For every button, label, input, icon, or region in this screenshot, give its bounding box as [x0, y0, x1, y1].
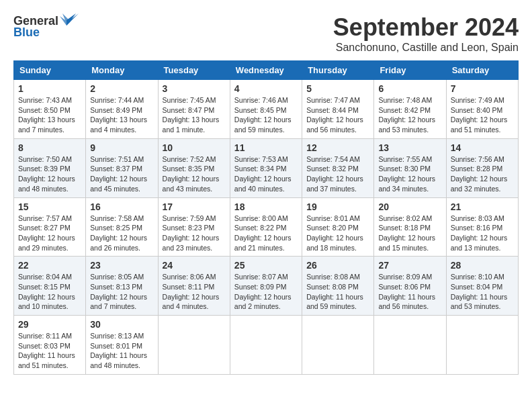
calendar-cell	[446, 316, 518, 375]
day-number: 10	[163, 142, 226, 153]
week-row-2: 8Sunrise: 7:50 AM Sunset: 8:39 PM Daylig…	[14, 138, 519, 197]
day-info: Sunrise: 8:03 AM Sunset: 8:16 PM Dayligh…	[451, 214, 514, 253]
day-number: 16	[90, 201, 153, 212]
col-thursday: Thursday	[302, 61, 374, 80]
day-info: Sunrise: 8:11 AM Sunset: 8:03 PM Dayligh…	[18, 331, 81, 371]
day-number: 22	[18, 260, 81, 271]
day-info: Sunrise: 7:44 AM Sunset: 8:49 PM Dayligh…	[90, 95, 153, 135]
day-info: Sunrise: 7:56 AM Sunset: 8:28 PM Dayligh…	[451, 154, 514, 194]
calendar-cell: 22Sunrise: 8:04 AM Sunset: 8:15 PM Dayli…	[14, 257, 86, 316]
day-number: 8	[18, 142, 81, 153]
calendar-cell: 26Sunrise: 8:08 AM Sunset: 8:08 PM Dayli…	[302, 257, 374, 316]
calendar-cell: 23Sunrise: 8:05 AM Sunset: 8:13 PM Dayli…	[86, 257, 158, 316]
day-number: 13	[378, 142, 441, 153]
col-friday: Friday	[374, 61, 446, 80]
calendar-cell: 3Sunrise: 7:45 AM Sunset: 8:47 PM Daylig…	[158, 80, 230, 139]
calendar-table: Sunday Monday Tuesday Wednesday Thursday…	[13, 60, 519, 375]
day-number: 12	[306, 142, 369, 153]
day-number: 28	[451, 260, 514, 271]
col-sunday: Sunday	[14, 61, 86, 80]
week-row-3: 15Sunrise: 7:57 AM Sunset: 8:27 PM Dayli…	[14, 197, 519, 257]
calendar-cell: 2Sunrise: 7:44 AM Sunset: 8:49 PM Daylig…	[86, 80, 158, 139]
day-number: 7	[451, 83, 514, 94]
day-info: Sunrise: 7:49 AM Sunset: 8:40 PM Dayligh…	[451, 95, 514, 135]
calendar-cell: 30Sunrise: 8:13 AM Sunset: 8:01 PM Dayli…	[86, 316, 158, 375]
day-info: Sunrise: 7:55 AM Sunset: 8:30 PM Dayligh…	[378, 154, 441, 194]
calendar-cell: 29Sunrise: 8:11 AM Sunset: 8:03 PM Dayli…	[14, 316, 86, 375]
calendar-cell	[158, 316, 230, 375]
logo-blue-text: Blue	[13, 26, 40, 40]
calendar-cell: 6Sunrise: 7:48 AM Sunset: 8:42 PM Daylig…	[374, 80, 446, 139]
day-number: 6	[378, 83, 441, 94]
day-number: 29	[18, 319, 81, 330]
day-number: 4	[234, 83, 298, 94]
day-info: Sunrise: 7:50 AM Sunset: 8:39 PM Dayligh…	[18, 154, 81, 194]
calendar-cell: 1Sunrise: 7:43 AM Sunset: 8:50 PM Daylig…	[14, 80, 86, 139]
calendar-cell: 5Sunrise: 7:47 AM Sunset: 8:44 PM Daylig…	[302, 80, 374, 139]
calendar-cell: 19Sunrise: 8:01 AM Sunset: 8:20 PM Dayli…	[302, 197, 374, 257]
day-number: 1	[18, 83, 81, 94]
calendar-cell: 9Sunrise: 7:51 AM Sunset: 8:37 PM Daylig…	[86, 138, 158, 197]
day-number: 24	[163, 260, 226, 271]
week-row-5: 29Sunrise: 8:11 AM Sunset: 8:03 PM Dayli…	[14, 316, 519, 375]
day-number: 5	[306, 83, 369, 94]
day-number: 18	[234, 201, 298, 212]
week-row-1: 1Sunrise: 7:43 AM Sunset: 8:50 PM Daylig…	[14, 80, 519, 139]
day-number: 21	[451, 201, 514, 212]
day-number: 25	[234, 260, 298, 271]
day-info: Sunrise: 8:10 AM Sunset: 8:04 PM Dayligh…	[451, 272, 514, 312]
calendar-cell: 10Sunrise: 7:52 AM Sunset: 8:35 PM Dayli…	[158, 138, 230, 197]
col-wednesday: Wednesday	[230, 61, 302, 80]
calendar-cell	[230, 316, 302, 375]
day-info: Sunrise: 7:43 AM Sunset: 8:50 PM Dayligh…	[18, 95, 81, 135]
day-info: Sunrise: 8:13 AM Sunset: 8:01 PM Dayligh…	[90, 331, 153, 371]
calendar-cell: 28Sunrise: 8:10 AM Sunset: 8:04 PM Dayli…	[446, 257, 518, 316]
location-title: Sanchonuno, Castille and Leon, Spain	[333, 42, 519, 54]
day-info: Sunrise: 7:46 AM Sunset: 8:45 PM Dayligh…	[234, 95, 298, 135]
page-header: General Blue September 2024 Sanchonuno, …	[13, 13, 519, 54]
day-info: Sunrise: 7:59 AM Sunset: 8:23 PM Dayligh…	[163, 214, 226, 253]
calendar-cell: 4Sunrise: 7:46 AM Sunset: 8:45 PM Daylig…	[230, 80, 302, 139]
calendar-cell: 20Sunrise: 8:02 AM Sunset: 8:18 PM Dayli…	[374, 197, 446, 257]
day-info: Sunrise: 8:09 AM Sunset: 8:06 PM Dayligh…	[378, 272, 441, 312]
calendar-cell: 12Sunrise: 7:54 AM Sunset: 8:32 PM Dayli…	[302, 138, 374, 197]
day-number: 27	[378, 260, 441, 271]
day-number: 2	[90, 83, 153, 94]
calendar-cell	[374, 316, 446, 375]
day-info: Sunrise: 7:53 AM Sunset: 8:34 PM Dayligh…	[234, 154, 298, 194]
col-saturday: Saturday	[446, 61, 518, 80]
day-info: Sunrise: 8:04 AM Sunset: 8:15 PM Dayligh…	[18, 272, 81, 312]
calendar-cell: 14Sunrise: 7:56 AM Sunset: 8:28 PM Dayli…	[446, 138, 518, 197]
logo: General Blue	[13, 13, 79, 40]
calendar-cell: 8Sunrise: 7:50 AM Sunset: 8:39 PM Daylig…	[14, 138, 86, 197]
day-info: Sunrise: 7:47 AM Sunset: 8:44 PM Dayligh…	[306, 95, 369, 135]
calendar-header-row: Sunday Monday Tuesday Wednesday Thursday…	[14, 61, 519, 80]
day-info: Sunrise: 7:45 AM Sunset: 8:47 PM Dayligh…	[163, 95, 226, 135]
day-number: 14	[451, 142, 514, 153]
day-info: Sunrise: 8:02 AM Sunset: 8:18 PM Dayligh…	[378, 214, 441, 253]
week-row-4: 22Sunrise: 8:04 AM Sunset: 8:15 PM Dayli…	[14, 257, 519, 316]
day-number: 17	[163, 201, 226, 212]
day-number: 23	[90, 260, 153, 271]
day-number: 9	[90, 142, 153, 153]
calendar-cell: 13Sunrise: 7:55 AM Sunset: 8:30 PM Dayli…	[374, 138, 446, 197]
calendar-cell: 27Sunrise: 8:09 AM Sunset: 8:06 PM Dayli…	[374, 257, 446, 316]
day-info: Sunrise: 7:52 AM Sunset: 8:35 PM Dayligh…	[163, 154, 226, 194]
day-info: Sunrise: 8:08 AM Sunset: 8:08 PM Dayligh…	[306, 272, 369, 312]
day-info: Sunrise: 7:48 AM Sunset: 8:42 PM Dayligh…	[378, 95, 441, 135]
day-info: Sunrise: 8:07 AM Sunset: 8:09 PM Dayligh…	[234, 272, 298, 312]
day-info: Sunrise: 8:00 AM Sunset: 8:22 PM Dayligh…	[234, 214, 298, 253]
logo-bird-icon	[60, 13, 79, 28]
col-monday: Monday	[86, 61, 158, 80]
day-info: Sunrise: 7:51 AM Sunset: 8:37 PM Dayligh…	[90, 154, 153, 194]
day-number: 26	[306, 260, 369, 271]
calendar-title-section: September 2024 Sanchonuno, Castille and …	[333, 13, 519, 54]
day-number: 19	[306, 201, 369, 212]
day-info: Sunrise: 8:05 AM Sunset: 8:13 PM Dayligh…	[90, 272, 153, 312]
calendar-cell: 15Sunrise: 7:57 AM Sunset: 8:27 PM Dayli…	[14, 197, 86, 257]
calendar-cell: 24Sunrise: 8:06 AM Sunset: 8:11 PM Dayli…	[158, 257, 230, 316]
calendar-cell: 21Sunrise: 8:03 AM Sunset: 8:16 PM Dayli…	[446, 197, 518, 257]
day-info: Sunrise: 8:06 AM Sunset: 8:11 PM Dayligh…	[163, 272, 226, 312]
day-number: 20	[378, 201, 441, 212]
day-info: Sunrise: 7:57 AM Sunset: 8:27 PM Dayligh…	[18, 214, 81, 253]
